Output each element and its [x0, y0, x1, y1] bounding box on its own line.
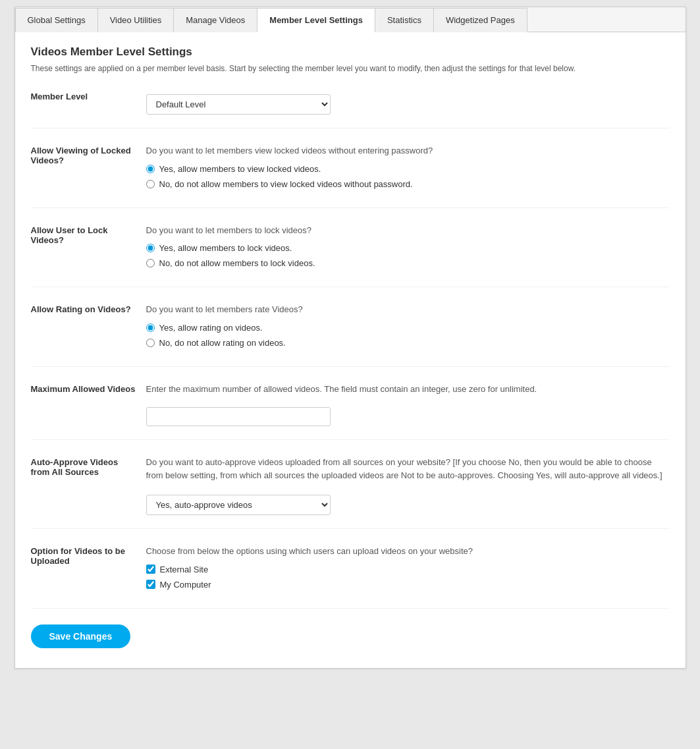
max-videos-content: Enter the maximum number of allowed vide…: [146, 383, 670, 427]
tab-global-settings[interactable]: Global Settings: [15, 8, 98, 32]
allow-rating-yes-option[interactable]: Yes, allow rating on videos.: [146, 323, 670, 333]
member-level-content: Default Level: [146, 90, 670, 115]
auto-approve-select[interactable]: Yes, auto-approve videos No, do not auto…: [146, 495, 331, 515]
page-content: Videos Member Level Settings These setti…: [15, 32, 686, 668]
tab-widgetized-pages[interactable]: Widgetized Pages: [433, 8, 527, 32]
external-site-option[interactable]: External Site: [146, 565, 670, 574]
allow-lock-content: Do you want to let members to lock video…: [146, 224, 670, 274]
allow-rating-question: Do you want to let members rate Videos?: [146, 303, 670, 316]
page-subtitle: These settings are applied on a per memb…: [31, 63, 670, 74]
member-level-select[interactable]: Default Level: [146, 94, 331, 115]
tab-video-utilities[interactable]: Video Utilities: [97, 8, 175, 32]
allow-rating-row: Allow Rating on Videos? Do you want to l…: [31, 303, 670, 367]
allow-rating-no-option[interactable]: No, do not allow rating on videos.: [146, 338, 670, 348]
allow-rating-content: Do you want to let members rate Videos? …: [146, 303, 670, 353]
max-videos-row: Maximum Allowed Videos Enter the maximum…: [31, 383, 670, 441]
auto-approve-question: Do you want to auto-approve videos uploa…: [146, 456, 670, 482]
allow-viewing-yes-radio[interactable]: [146, 165, 155, 173]
my-computer-option[interactable]: My Computer: [146, 580, 670, 590]
allow-rating-yes-radio[interactable]: [146, 323, 155, 332]
tab-bar: Global Settings Video Utilities Manage V…: [15, 7, 686, 32]
tab-manage-videos[interactable]: Manage Videos: [173, 8, 257, 32]
allow-lock-row: Allow User to Lock Videos? Do you want t…: [31, 224, 670, 288]
main-container: Global Settings Video Utilities Manage V…: [14, 7, 686, 669]
auto-approve-row: Auto-Approve Videos from All Sources Do …: [31, 456, 670, 529]
allow-lock-no-radio[interactable]: [146, 259, 155, 267]
allow-rating-no-label: No, do not allow rating on videos.: [159, 338, 286, 348]
allow-viewing-label: Allow Viewing of Locked Videos?: [31, 144, 146, 194]
upload-options-content: Choose from below the options using whic…: [146, 545, 670, 595]
allow-viewing-question: Do you want to let members view locked v…: [146, 144, 670, 157]
auto-approve-content: Do you want to auto-approve videos uploa…: [146, 456, 670, 515]
external-site-checkbox[interactable]: [146, 565, 155, 574]
allow-viewing-no-radio[interactable]: [146, 180, 155, 188]
max-videos-question: Enter the maximum number of allowed vide…: [146, 383, 670, 396]
allow-viewing-yes-label: Yes, allow members to view locked videos…: [159, 164, 321, 174]
allow-lock-no-label: No, do not allow members to lock videos.: [159, 258, 315, 268]
allow-viewing-no-option[interactable]: No, do not allow members to view locked …: [146, 179, 670, 189]
allow-rating-no-radio[interactable]: [146, 339, 155, 347]
upload-options-row: Option for Videos to be Uploaded Choose …: [31, 545, 670, 609]
member-level-row: Member Level Default Level: [31, 90, 670, 128]
allow-viewing-content: Do you want to let members view locked v…: [146, 144, 670, 194]
allow-lock-label: Allow User to Lock Videos?: [31, 224, 146, 274]
page-title: Videos Member Level Settings: [31, 45, 670, 59]
upload-options-label: Option for Videos to be Uploaded: [31, 545, 146, 595]
allow-viewing-no-label: No, do not allow members to view locked …: [159, 179, 413, 189]
allow-rating-yes-label: Yes, allow rating on videos.: [159, 323, 263, 333]
tab-statistics[interactable]: Statistics: [375, 8, 434, 32]
my-computer-label: My Computer: [160, 580, 211, 590]
upload-options-question: Choose from below the options using whic…: [146, 545, 670, 558]
max-videos-label: Maximum Allowed Videos: [31, 383, 146, 427]
external-site-label: External Site: [160, 565, 209, 574]
allow-viewing-row: Allow Viewing of Locked Videos? Do you w…: [31, 144, 670, 208]
allow-lock-yes-label: Yes, allow members to lock videos.: [159, 243, 292, 253]
member-level-label: Member Level: [31, 90, 146, 115]
allow-lock-yes-radio[interactable]: [146, 244, 155, 252]
allow-lock-yes-option[interactable]: Yes, allow members to lock videos.: [146, 243, 670, 253]
tab-member-level-settings[interactable]: Member Level Settings: [257, 8, 375, 32]
allow-lock-no-option[interactable]: No, do not allow members to lock videos.: [146, 258, 670, 268]
allow-viewing-yes-option[interactable]: Yes, allow members to view locked videos…: [146, 164, 670, 174]
allow-lock-question: Do you want to let members to lock video…: [146, 224, 670, 237]
max-videos-input[interactable]: 0: [146, 407, 331, 426]
my-computer-checkbox[interactable]: [146, 580, 155, 589]
save-button[interactable]: Save Changes: [31, 624, 131, 648]
save-section: Save Changes: [31, 624, 670, 655]
auto-approve-label: Auto-Approve Videos from All Sources: [31, 456, 146, 515]
allow-rating-label: Allow Rating on Videos?: [31, 303, 146, 353]
